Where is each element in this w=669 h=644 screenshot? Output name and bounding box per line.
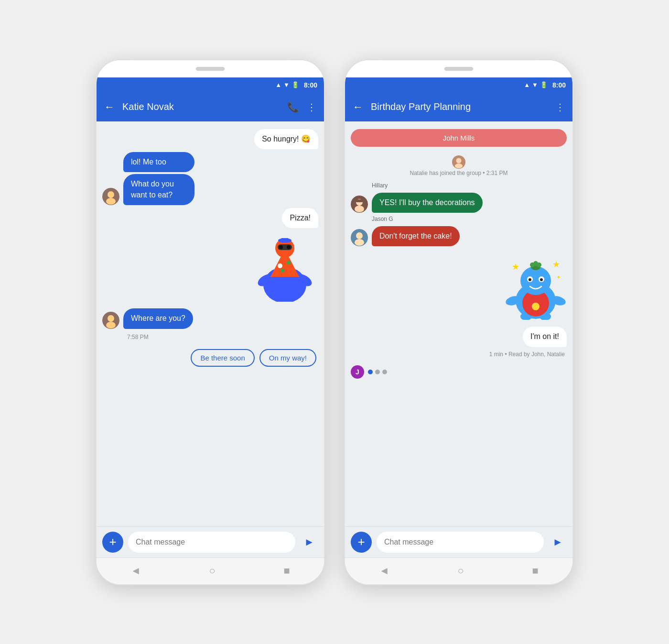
phone-top-1 [97,60,324,77]
message-row: YES! I'll buy the decorations [351,193,567,213]
message-row: Pizza! [102,208,318,228]
bubble-sent: So hungry! 😋 [254,129,318,149]
status-bar-1: ▲ ▼ 🔋 8:00 [97,77,324,93]
smart-reply-be-there-soon[interactable]: Be there soon [191,349,254,367]
more-icon-1[interactable]: ⋮ [307,101,316,113]
svg-point-1 [108,191,114,198]
sender-name-jason: Jason G [351,216,567,222]
svg-point-48 [533,261,538,266]
avatar-hillary [351,196,368,213]
svg-point-2 [106,198,116,205]
bubble-received: Where are you? [123,308,193,328]
message-row: Don't forget the cake! [351,226,567,246]
typing-indicators: J [351,365,567,379]
svg-point-7 [278,263,282,268]
wifi-icon: ▼ [283,81,290,88]
add-button-1[interactable]: + [102,532,123,553]
app-bar-1: ← Katie Novak 📞 ⋮ [97,93,324,121]
nav-bar-1: ◄ ○ ■ [97,557,324,584]
app-bar-2: ← Birthday Party Planning ⋮ [345,93,572,121]
bubble-sent-imonit: I'm on it! [523,327,567,347]
svg-point-43 [540,278,543,281]
status-icons-2: ▲ ▼ 🔋 [524,81,548,88]
status-bar-2: ▲ ▼ 🔋 8:00 [345,77,572,93]
nav-home-2[interactable]: ○ [458,565,464,577]
signal-icon: ▲ [275,81,281,88]
svg-point-24 [355,206,364,212]
svg-point-39 [520,266,551,295]
phone-1: ▲ ▼ 🔋 8:00 ← Katie Novak 📞 ⋮ So hungry! … [96,59,325,585]
message-row: Where are you? [102,308,318,328]
phone-top-2 [345,60,572,77]
system-event: Natalie has joined the group • 2:31 PM [351,155,567,176]
bubble-received-green: YES! I'll buy the decorations [372,193,483,213]
svg-point-18 [106,322,116,328]
phone-2: ▲ ▼ 🔋 8:00 ← Birthday Party Planning ⋮ J… [344,59,573,585]
dot-2 [375,370,380,374]
scroll-indicator: John Mills [351,129,567,147]
svg-text:★: ★ [512,262,519,272]
send-button-1[interactable]: ► [300,534,318,550]
more-icon-2[interactable]: ⋮ [555,101,565,113]
svg-point-21 [455,164,463,168]
message-row: I'm on it! [351,327,567,347]
chat-area-1: So hungry! 😋 lol! Me too What do you wan… [97,121,324,526]
nav-home-1[interactable]: ○ [209,565,216,577]
send-button-2[interactable]: ► [549,534,567,550]
status-time-2: 8:00 [552,81,566,89]
message-row: lol! Me too What do you want to eat? [102,152,318,205]
timestamp: 7:58 PM [102,334,318,340]
bubble-sent: Pizza! [282,208,318,228]
svg-text:✦: ✦ [556,274,561,281]
battery-icon: 🔋 [291,81,299,88]
typing-dots [368,370,387,374]
svg-point-12 [279,245,283,249]
svg-rect-25 [356,199,363,202]
dot-3 [382,370,387,374]
input-bar-1: + ► [97,526,324,557]
svg-point-42 [529,278,531,281]
svg-point-17 [108,315,114,322]
smart-replies: Be there soon On my way! [102,349,318,367]
message-row: So hungry! 😋 [102,129,318,149]
svg-point-13 [287,245,291,249]
back-button-1[interactable]: ← [104,101,115,113]
scene: ▲ ▼ 🔋 8:00 ← Katie Novak 📞 ⋮ So hungry! … [76,31,593,614]
battery-icon-2: 🔋 [540,81,548,88]
svg-point-8 [287,261,291,264]
wifi-icon-2: ▲ [524,81,530,88]
speaker-1 [196,67,225,71]
speaker-2 [444,67,473,71]
nav-back-1[interactable]: ◄ [130,565,141,577]
nav-back-2[interactable]: ◄ [379,565,389,577]
chat-title-1: Katie Novak [122,101,280,112]
bubble-received-red: Don't forget the cake! [372,226,460,246]
smart-reply-on-my-way[interactable]: On my way! [259,349,316,367]
sticker-pizza [102,235,318,302]
phone-icon-1[interactable]: 📞 [287,101,299,113]
signal-icon-2: ▼ [532,81,538,88]
nav-bar-2: ◄ ○ ■ [345,557,572,584]
avatar-jason [351,229,368,246]
svg-point-27 [356,232,363,239]
svg-rect-15 [281,238,288,242]
avatar [102,312,119,329]
dot-1 [368,370,373,374]
input-bar-2: + ► [345,526,572,557]
sticker-monster: ★ ★ ✦ [351,253,567,320]
nav-recent-1[interactable]: ■ [283,565,290,577]
chat-input-2[interactable] [377,532,544,553]
chat-area-2: John Mills Natalie has joined the group … [345,121,572,526]
svg-point-38 [532,303,540,310]
add-button-2[interactable]: + [351,532,372,553]
nav-recent-2[interactable]: ■ [532,565,538,577]
chat-input-1[interactable] [128,532,295,553]
svg-rect-45 [534,266,537,270]
svg-point-28 [355,239,364,246]
bubble-received: lol! Me too [123,152,194,172]
status-icons-1: ▲ ▼ 🔋 [275,81,299,88]
chat-title-2: Birthday Party Planning [371,101,548,112]
svg-text:★: ★ [552,260,560,269]
back-button-2[interactable]: ← [353,101,363,113]
status-time-1: 8:00 [304,81,317,89]
